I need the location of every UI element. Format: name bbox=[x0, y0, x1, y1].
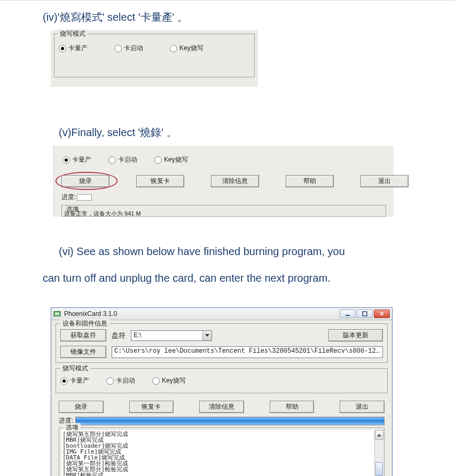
restore-button[interactable]: 恢复卡 bbox=[129, 401, 174, 413]
scroll-up-icon[interactable] bbox=[375, 430, 383, 440]
fig-burn-mode-small: 烧写模式 卡量产 卡启动 Key烧写 bbox=[51, 30, 258, 87]
progress-label: 进度: bbox=[61, 193, 76, 202]
radio-key-burn[interactable]: Key烧写 bbox=[154, 155, 188, 164]
get-disk-button[interactable]: 获取盘符 bbox=[60, 329, 106, 342]
radio-label: 卡量产 bbox=[72, 155, 91, 164]
burn-mode-legend: 烧写模式 bbox=[58, 29, 88, 38]
radio-label: Key烧写 bbox=[162, 376, 186, 385]
scroll-thumb[interactable] bbox=[375, 462, 383, 476]
doc-step-v: (v)Finally, select '燒錄' 。 bbox=[59, 119, 412, 140]
help-button[interactable]: 帮助 bbox=[270, 401, 315, 413]
burn-button[interactable]: 烧录 bbox=[59, 401, 104, 413]
doc-step-vi-b: can turn off and unplug the card, can en… bbox=[43, 265, 412, 286]
exit-button[interactable]: 退出 bbox=[360, 175, 409, 187]
app-icon bbox=[53, 310, 61, 318]
doc-step-iv: (iv)'燒寫模式' select '卡量產' 。 bbox=[43, 4, 412, 25]
progress-bar bbox=[77, 194, 92, 201]
radio-label: 卡启动 bbox=[116, 376, 135, 385]
radio-label: 卡量产 bbox=[68, 44, 88, 53]
scrollbar[interactable] bbox=[374, 430, 383, 476]
image-file-button[interactable]: 镜像文件 bbox=[60, 346, 106, 358]
svg-rect-3 bbox=[363, 312, 367, 316]
disk-select-value: E:\ bbox=[131, 331, 202, 340]
radio-mass-production[interactable]: 卡量产 bbox=[59, 44, 88, 53]
burn-mode-group: 烧写模式 卡量产 卡启动 Key烧写 bbox=[56, 368, 388, 393]
clear-button[interactable]: 清除信息 bbox=[211, 175, 259, 187]
exit-button[interactable]: 退出 bbox=[340, 401, 385, 413]
chevron-down-icon bbox=[202, 331, 211, 340]
group-legend: 设备和固件信息 bbox=[60, 319, 109, 328]
radio-card-boot[interactable]: 卡启动 bbox=[108, 155, 137, 164]
log-output: [烧写第五部分]烧写完成 [MBR]烧写完成 [bootloader]烧写完成 … bbox=[61, 430, 374, 476]
radio-key-burn[interactable]: Key烧写 bbox=[170, 44, 203, 53]
disk-label: 盘符 bbox=[112, 331, 125, 340]
restore-button[interactable]: 恢复卡 bbox=[136, 175, 184, 187]
radio-label: 卡量产 bbox=[70, 376, 89, 385]
clear-button[interactable]: 清除信息 bbox=[199, 401, 244, 413]
burn-mode-fieldset: 烧写模式 卡量产 卡启动 Key烧写 bbox=[54, 34, 255, 77]
group-legend: 烧写模式 bbox=[60, 364, 90, 373]
burn-button[interactable]: 烧录 bbox=[61, 175, 109, 187]
options-log-group: 选项 [烧写第五部分]烧写完成 [MBR]烧写完成 [bootloader]烧写… bbox=[59, 427, 385, 476]
radio-label: Key烧写 bbox=[164, 155, 188, 164]
minimize-button[interactable] bbox=[340, 310, 356, 318]
device-firmware-group: 设备和固件信息 获取盘符 盘符 E:\ 版本更新 镜像文件 C:\Users\ bbox=[56, 323, 388, 363]
radio-card-boot[interactable]: 卡启动 bbox=[106, 376, 135, 385]
window-title-text: PhoenixCard 3.1.0 bbox=[64, 310, 117, 318]
radio-mass-production[interactable]: 卡量产 bbox=[62, 155, 91, 164]
help-button[interactable]: 帮助 bbox=[286, 175, 334, 187]
svg-rect-2 bbox=[346, 315, 350, 316]
scroll-track[interactable] bbox=[375, 440, 383, 476]
close-button[interactable] bbox=[374, 310, 390, 318]
radio-mass-production[interactable]: 卡量产 bbox=[60, 376, 89, 385]
radio-key-burn[interactable]: Key烧写 bbox=[152, 376, 186, 385]
options-status-text: 设备正常，设备大小为 941 M bbox=[64, 210, 141, 217]
radio-card-boot[interactable]: 卡启动 bbox=[114, 44, 143, 53]
maximize-button[interactable] bbox=[357, 310, 373, 318]
disk-select[interactable]: E:\ bbox=[131, 330, 212, 341]
fig-burn-buttons: 卡量产 卡启动 Key烧写 烧录 恢复卡 清除信息 帮助 退出 进度: 选项 设… bbox=[53, 146, 394, 217]
window-titlebar[interactable]: PhoenixCard 3.1.0 bbox=[51, 308, 392, 320]
radio-label: Key烧写 bbox=[179, 44, 203, 53]
svg-rect-1 bbox=[55, 312, 60, 315]
phoenixcard-window: PhoenixCard 3.1.0 设备和固件信息 bbox=[51, 307, 393, 476]
doc-step-vi-a: (vi) See as shown below have finished bu… bbox=[59, 238, 412, 259]
progress-bar bbox=[75, 417, 385, 425]
update-button[interactable]: 版本更新 bbox=[328, 329, 383, 342]
image-path-field[interactable]: C:\Users\roy lee\Documents\Tencent Files… bbox=[112, 346, 383, 358]
radio-label: 卡启动 bbox=[124, 44, 143, 53]
radio-label: 卡启动 bbox=[118, 155, 137, 164]
